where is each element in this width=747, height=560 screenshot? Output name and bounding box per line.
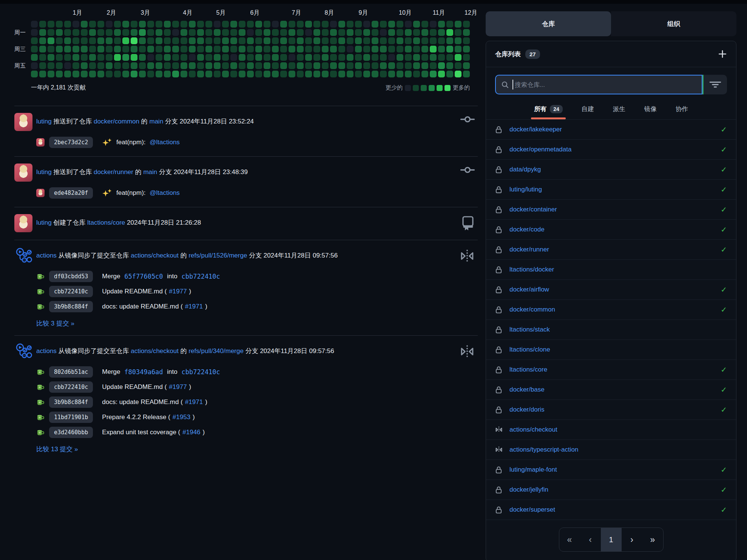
heatmap-cell[interactable] <box>388 62 395 69</box>
pagination-prev-button[interactable]: ‹ <box>580 528 601 551</box>
heatmap-cell[interactable] <box>255 71 262 77</box>
heatmap-cell[interactable] <box>247 21 254 28</box>
feed-title-link[interactable]: luting <box>36 168 52 176</box>
heatmap-cell[interactable] <box>380 54 387 61</box>
heatmap-cell[interactable] <box>230 54 237 61</box>
heatmap-cell[interactable] <box>147 37 154 44</box>
heatmap-cell[interactable] <box>97 29 104 36</box>
pagination-first-button[interactable]: « <box>559 528 580 551</box>
heatmap-cell[interactable] <box>89 62 96 69</box>
heatmap-cell[interactable] <box>405 54 412 61</box>
heatmap-cell[interactable] <box>106 29 113 36</box>
heatmap-cell[interactable] <box>122 54 129 61</box>
heatmap-cell[interactable] <box>56 46 63 52</box>
heatmap-cell[interactable] <box>380 71 387 77</box>
heatmap-cell[interactable] <box>214 54 221 61</box>
heatmap-cell[interactable] <box>255 46 262 52</box>
heatmap-cell[interactable] <box>363 29 370 36</box>
heatmap-cell[interactable] <box>455 37 461 44</box>
heatmap-cell[interactable] <box>97 37 104 44</box>
heatmap-cell[interactable] <box>380 21 387 28</box>
heatmap-cell[interactable] <box>156 54 162 61</box>
heatmap-cell[interactable] <box>305 21 312 28</box>
actions-avatar[interactable] <box>14 342 32 361</box>
heatmap-cell[interactable] <box>247 46 254 52</box>
heatmap-cell[interactable] <box>446 21 453 28</box>
heatmap-cell[interactable] <box>305 29 312 36</box>
heatmap-cell[interactable] <box>421 46 428 52</box>
heatmap-cell[interactable] <box>214 46 221 52</box>
heatmap-cell[interactable] <box>222 54 229 61</box>
heatmap-cell[interactable] <box>139 71 146 77</box>
heatmap-cell[interactable] <box>114 54 121 61</box>
heatmap-cell[interactable] <box>305 54 312 61</box>
heatmap-cell[interactable] <box>214 37 221 44</box>
heatmap-cell[interactable] <box>122 37 129 44</box>
heatmap-cell[interactable] <box>338 46 345 52</box>
repo-link[interactable]: docker/openmetadata <box>509 146 721 153</box>
heatmap-cell[interactable] <box>122 29 129 36</box>
repo-link[interactable]: actions/checkout <box>509 426 727 433</box>
heatmap-cell[interactable] <box>205 71 212 77</box>
heatmap-cell[interactable] <box>205 37 212 44</box>
heatmap-cell[interactable] <box>405 62 412 69</box>
repo-filter-tab[interactable]: 自建 <box>581 101 595 119</box>
repo-row[interactable]: docker/doris✓ <box>486 400 736 420</box>
heatmap-cell[interactable] <box>355 71 362 77</box>
heatmap-cell[interactable] <box>421 54 428 61</box>
heatmap-cell[interactable] <box>189 37 196 44</box>
heatmap-cell[interactable] <box>363 21 370 28</box>
heatmap-cell[interactable] <box>239 37 245 44</box>
heatmap-cell[interactable] <box>322 54 329 61</box>
heatmap-cell[interactable] <box>197 29 204 36</box>
commit-hash-badge[interactable]: cbb722410c <box>49 381 93 393</box>
heatmap-cell[interactable] <box>197 37 204 44</box>
commit-message-link[interactable]: #1953 <box>173 413 190 421</box>
heatmap-cell[interactable] <box>122 46 129 52</box>
heatmap-cell[interactable] <box>372 71 378 77</box>
heatmap-cell[interactable] <box>297 29 304 36</box>
heatmap-cell[interactable] <box>114 21 121 28</box>
heatmap-cell[interactable] <box>156 71 162 77</box>
heatmap-cell[interactable] <box>397 71 403 77</box>
heatmap-cell[interactable] <box>313 46 320 52</box>
heatmap-cell[interactable] <box>264 29 270 36</box>
heatmap-cell[interactable] <box>131 29 137 36</box>
heatmap-cell[interactable] <box>297 37 304 44</box>
heatmap-cell[interactable] <box>189 46 196 52</box>
heatmap-cell[interactable] <box>347 21 353 28</box>
heatmap-cell[interactable] <box>230 62 237 69</box>
heatmap-cell[interactable] <box>322 62 329 69</box>
heatmap-cell[interactable] <box>388 37 395 44</box>
heatmap-cell[interactable] <box>372 29 378 36</box>
heatmap-cell[interactable] <box>39 29 46 36</box>
heatmap-cell[interactable] <box>131 62 137 69</box>
heatmap-cell[interactable] <box>463 37 470 44</box>
heatmap-cell[interactable] <box>272 29 279 36</box>
commit-message-link[interactable]: #1971 <box>185 303 203 310</box>
heatmap-cell[interactable] <box>430 71 437 77</box>
heatmap-cell[interactable] <box>131 71 137 77</box>
heatmap-cell[interactable] <box>139 37 146 44</box>
heatmap-cell[interactable] <box>222 46 229 52</box>
heatmap-cell[interactable] <box>355 62 362 69</box>
pagination-last-button[interactable]: » <box>642 528 663 551</box>
compare-commits-link[interactable]: 比较 13 提交 » <box>36 445 478 454</box>
heatmap-cell[interactable] <box>239 62 245 69</box>
heatmap-cell[interactable] <box>89 29 96 36</box>
heatmap-cell[interactable] <box>338 71 345 77</box>
feed-title-link[interactable]: actions/checkout <box>131 347 179 355</box>
repo-link[interactable]: docker/lakekeeper <box>509 126 721 133</box>
heatmap-cell[interactable] <box>64 46 71 52</box>
heatmap-cell[interactable] <box>164 46 171 52</box>
heatmap-cell[interactable] <box>413 29 420 36</box>
heatmap-cell[interactable] <box>272 71 279 77</box>
repo-link[interactable]: docker/runner <box>509 246 721 253</box>
heatmap-cell[interactable] <box>230 29 237 36</box>
heatmap-cell[interactable] <box>56 21 63 28</box>
heatmap-cell[interactable] <box>197 54 204 61</box>
feed-title-link[interactable]: luting <box>36 219 52 226</box>
heatmap-cell[interactable] <box>64 54 71 61</box>
heatmap-cell[interactable] <box>438 71 445 77</box>
feed-title-link[interactable]: main <box>149 118 163 125</box>
